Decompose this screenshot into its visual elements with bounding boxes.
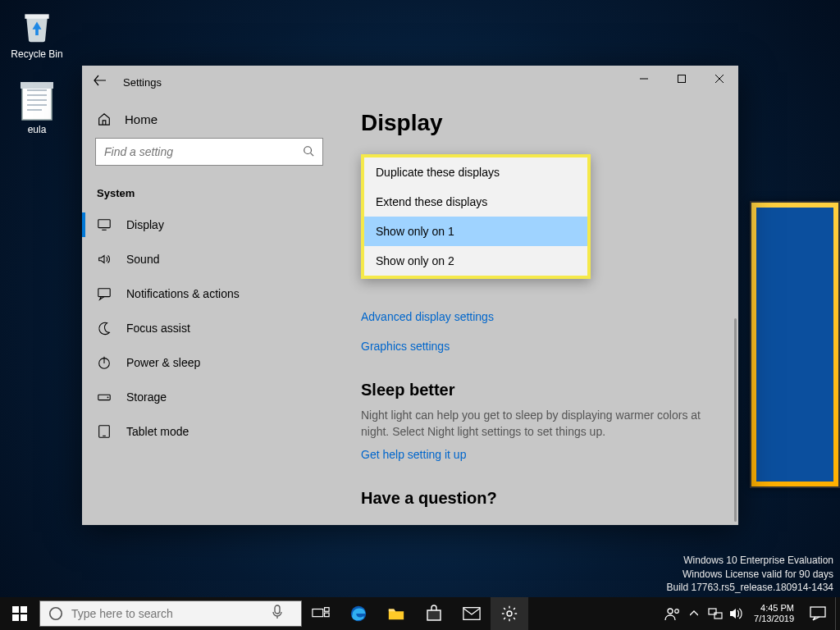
sidebar-item-power-sleep[interactable]: Power & sleep — [82, 345, 336, 380]
desktop-icon-label: eula — [8, 124, 66, 135]
back-button[interactable] — [82, 74, 118, 90]
windows-evaluation-watermark: Windows 10 Enterprise Evaluation Windows… — [667, 554, 834, 594]
settings-search-input[interactable] — [104, 145, 303, 158]
sidebar-home-label: Home — [125, 112, 158, 126]
settings-sidebar: Home System Display Sound — [82, 98, 336, 525]
sidebar-item-focus-assist[interactable]: Focus assist — [82, 311, 336, 345]
multiple-displays-dropdown[interactable]: Duplicate these displays Extend these di… — [361, 154, 591, 279]
background-monitor-peek — [750, 201, 840, 488]
sidebar-item-label: Notifications & actions — [126, 287, 240, 300]
settings-search-box[interactable] — [95, 138, 323, 166]
window-titlebar: Settings — [82, 66, 738, 98]
section-body-sleep-better: Night light can help you get to sleep by… — [361, 408, 705, 440]
dropdown-option-show-only-2[interactable]: Show only on 2 — [364, 246, 587, 276]
taskbar-search-input[interactable] — [71, 607, 265, 620]
store-icon — [425, 605, 443, 623]
svg-line-10 — [311, 153, 314, 156]
desktop-icon-eula[interactable]: eula — [8, 82, 66, 135]
sidebar-item-storage[interactable]: Storage — [82, 380, 336, 414]
svg-rect-30 — [463, 608, 480, 620]
tray-people-icon[interactable] — [662, 597, 683, 630]
sidebar-category-label: System — [82, 172, 336, 208]
action-center-button[interactable] — [801, 597, 835, 630]
moon-icon — [97, 321, 112, 336]
sidebar-item-notifications[interactable]: Notifications & actions — [82, 276, 336, 311]
mail-icon — [463, 605, 481, 623]
window-maximize-button[interactable] — [663, 66, 701, 92]
gear-icon — [500, 605, 518, 623]
taskbar-app-settings[interactable] — [491, 597, 528, 630]
link-graphics-settings[interactable]: Graphics settings — [361, 340, 714, 353]
mic-icon[interactable] — [270, 605, 293, 623]
svg-rect-36 — [810, 607, 825, 617]
link-advanced-display-settings[interactable]: Advanced display settings — [361, 310, 714, 323]
clock-time: 4:45 PM — [754, 603, 794, 614]
sidebar-item-label: Focus assist — [126, 322, 190, 335]
cortana-icon — [48, 606, 63, 621]
svg-rect-34 — [709, 609, 716, 614]
task-view-button[interactable] — [302, 597, 340, 630]
taskbar-search-box[interactable] — [39, 600, 302, 627]
svg-rect-26 — [313, 609, 323, 617]
svg-rect-13 — [98, 289, 110, 297]
sidebar-item-display[interactable]: Display — [82, 208, 336, 242]
taskbar-app-store[interactable] — [415, 597, 453, 630]
svg-rect-28 — [325, 613, 330, 617]
sidebar-home[interactable]: Home — [82, 105, 336, 138]
tray-volume-icon[interactable] — [726, 597, 747, 630]
svg-point-24 — [50, 608, 62, 619]
tablet-icon — [97, 424, 112, 439]
section-heading-sleep-better: Sleep better — [361, 381, 714, 399]
search-icon — [303, 145, 314, 159]
dropdown-option-extend[interactable]: Extend these displays — [364, 187, 587, 217]
settings-window: Settings Home System — [82, 66, 738, 525]
watermark-line: Windows 10 Enterprise Evaluation — [667, 554, 834, 567]
svg-rect-0 — [22, 84, 52, 120]
svg-point-32 — [668, 609, 673, 614]
edge-icon — [349, 605, 368, 623]
svg-rect-23 — [21, 614, 27, 621]
sidebar-item-label: Power & sleep — [126, 356, 200, 369]
taskbar-clock[interactable]: 4:45 PM 7/13/2019 — [747, 603, 801, 623]
sidebar-item-sound[interactable]: Sound — [82, 242, 336, 276]
sidebar-item-label: Storage — [126, 390, 167, 404]
monitor-icon — [97, 217, 112, 232]
watermark-line: Build 17763.rs5_release.180914-1434 — [667, 581, 834, 594]
drive-icon — [97, 390, 112, 404]
taskbar-app-mail[interactable] — [453, 597, 491, 630]
scrollbar[interactable] — [734, 318, 737, 522]
text-file-icon — [17, 82, 57, 121]
window-close-button[interactable] — [701, 66, 738, 92]
speaker-icon — [97, 252, 112, 267]
svg-rect-11 — [98, 220, 110, 228]
svg-rect-25 — [275, 605, 280, 614]
link-get-help-setting-it-up[interactable]: Get help setting it up — [361, 448, 714, 461]
svg-point-31 — [507, 611, 512, 616]
svg-rect-27 — [325, 608, 330, 612]
system-tray: 4:45 PM 7/13/2019 — [662, 597, 840, 630]
start-button[interactable] — [0, 597, 39, 630]
taskbar-app-file-explorer[interactable] — [377, 597, 415, 630]
taskbar-app-edge[interactable] — [340, 597, 377, 630]
svg-point-9 — [304, 146, 312, 153]
section-heading-have-a-question: Have a question? — [361, 489, 714, 508]
chat-icon — [97, 286, 112, 301]
tray-network-icon[interactable] — [705, 597, 726, 630]
folder-icon — [387, 605, 405, 623]
show-desktop-button[interactable] — [835, 597, 840, 630]
window-title: Settings — [118, 76, 162, 89]
sidebar-item-tablet-mode[interactable]: Tablet mode — [82, 414, 336, 449]
sidebar-item-label: Display — [126, 218, 164, 231]
windows-logo-icon — [12, 606, 27, 621]
tray-overflow-button[interactable] — [683, 597, 705, 630]
svg-point-33 — [675, 609, 679, 614]
taskbar: 4:45 PM 7/13/2019 — [0, 597, 840, 630]
window-minimize-button[interactable] — [625, 66, 663, 92]
svg-point-17 — [107, 397, 109, 399]
sidebar-item-label: Tablet mode — [126, 425, 189, 438]
dropdown-option-duplicate[interactable]: Duplicate these displays — [364, 158, 587, 187]
svg-rect-6 — [21, 82, 53, 89]
desktop-icon-recycle-bin[interactable]: Recycle Bin — [8, 7, 66, 60]
dropdown-option-show-only-1[interactable]: Show only on 1 — [364, 217, 587, 246]
settings-main-panel: Display Duplicate these displays Extend … — [336, 98, 738, 525]
